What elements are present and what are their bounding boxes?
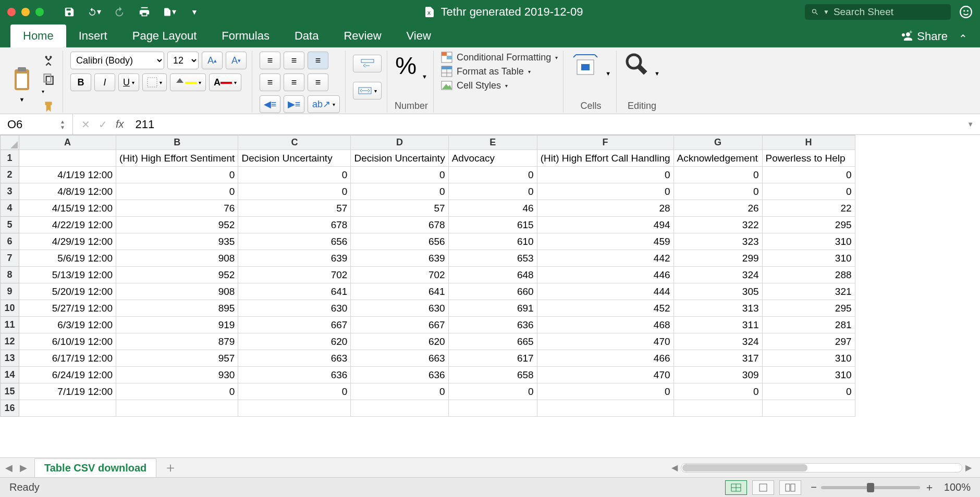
cell[interactable]: 28 (537, 200, 673, 217)
column-header[interactable]: H (762, 135, 855, 150)
column-header[interactable]: A (19, 135, 116, 150)
row-header[interactable]: 15 (1, 383, 19, 400)
fill-color-button[interactable]: ▾ (170, 73, 206, 91)
cell[interactable]: 678 (238, 217, 351, 233)
fx-icon[interactable]: fx (116, 118, 124, 130)
cell[interactable]: 930 (116, 367, 238, 383)
cell[interactable]: 299 (673, 250, 762, 267)
italic-button[interactable]: I (94, 73, 115, 91)
cell[interactable]: 630 (351, 300, 448, 317)
tab-view[interactable]: View (394, 24, 444, 47)
cell[interactable]: 615 (448, 217, 537, 233)
cell[interactable]: 691 (448, 300, 537, 317)
sheet-nav-next-icon[interactable]: ▶ (20, 462, 27, 474)
maximize-window-button[interactable] (35, 8, 44, 16)
cell[interactable]: 0 (762, 167, 855, 183)
cell[interactable]: 0 (116, 167, 238, 183)
tab-insert[interactable]: Insert (66, 24, 120, 47)
tab-home[interactable]: Home (10, 24, 66, 47)
align-left-button[interactable]: ≡ (260, 73, 280, 91)
collapse-ribbon-icon[interactable]: ⌃ (956, 34, 970, 47)
align-top-button[interactable]: ≡ (260, 52, 280, 69)
zoom-in-button[interactable]: ＋ (924, 480, 935, 494)
align-bottom-button[interactable]: ≡ (308, 52, 328, 69)
copy-icon[interactable]: ▾ (42, 72, 55, 95)
cell[interactable]: 466 (537, 350, 673, 367)
tab-review[interactable]: Review (331, 24, 394, 47)
smiley-icon[interactable] (959, 5, 973, 19)
cell[interactable]: 665 (448, 333, 537, 350)
align-middle-button[interactable]: ≡ (284, 52, 304, 69)
cell[interactable]: 641 (351, 283, 448, 300)
cell[interactable]: 620 (351, 333, 448, 350)
cell[interactable]: 324 (673, 267, 762, 283)
row-header[interactable]: 4 (1, 200, 19, 217)
cell[interactable]: 0 (537, 383, 673, 400)
cell[interactable]: 656 (238, 233, 351, 250)
row-header[interactable]: 12 (1, 333, 19, 350)
zoom-out-button[interactable]: − (811, 481, 817, 493)
page-break-view-button[interactable] (779, 480, 801, 495)
column-header[interactable]: D (351, 135, 448, 150)
horizontal-scrollbar[interactable]: ◀ ▶ (185, 463, 975, 473)
cell[interactable]: 442 (537, 250, 673, 267)
cell[interactable]: 908 (116, 250, 238, 267)
cell[interactable]: 459 (537, 233, 673, 250)
cell[interactable]: 0 (673, 383, 762, 400)
cell[interactable]: 57 (238, 200, 351, 217)
cell[interactable]: 4/15/19 12:00 (19, 200, 116, 217)
align-right-button[interactable]: ≡ (308, 73, 328, 91)
cell[interactable] (351, 400, 448, 417)
cell[interactable]: 0 (238, 183, 351, 200)
borders-button[interactable]: ▾ (142, 73, 167, 91)
row-header[interactable]: 2 (1, 167, 19, 183)
editing-button[interactable] (624, 52, 649, 77)
cell[interactable] (537, 400, 673, 417)
cell[interactable]: 6/24/19 12:00 (19, 367, 116, 383)
cell[interactable]: 630 (238, 300, 351, 317)
row-header[interactable]: 8 (1, 267, 19, 283)
cell[interactable]: 310 (762, 367, 855, 383)
cell[interactable]: 281 (762, 317, 855, 333)
font-name-select[interactable]: Calibri (Body) (70, 52, 164, 69)
align-center-button[interactable]: ≡ (284, 73, 304, 91)
cell[interactable]: 0 (448, 383, 537, 400)
increase-font-button[interactable]: A▴ (202, 52, 223, 69)
cell[interactable]: 310 (762, 350, 855, 367)
cell[interactable]: 648 (448, 267, 537, 283)
cell[interactable] (19, 150, 116, 167)
cell[interactable]: 919 (116, 317, 238, 333)
cell[interactable]: 5/27/19 12:00 (19, 300, 116, 317)
cell[interactable]: 324 (673, 333, 762, 350)
row-header[interactable]: 3 (1, 183, 19, 200)
cell[interactable] (116, 400, 238, 417)
cell[interactable]: Acknowledgement (673, 150, 762, 167)
cell[interactable]: 935 (116, 233, 238, 250)
cell[interactable]: 470 (537, 367, 673, 383)
cell[interactable]: 4/29/19 12:00 (19, 233, 116, 250)
cell[interactable]: 295 (762, 217, 855, 233)
row-header[interactable]: 7 (1, 250, 19, 267)
cell[interactable]: 641 (238, 283, 351, 300)
row-header[interactable]: 6 (1, 233, 19, 250)
save-icon[interactable] (63, 5, 76, 19)
cell[interactable]: 309 (673, 367, 762, 383)
cell[interactable]: 310 (762, 233, 855, 250)
cell-styles-button[interactable]: Cell Styles ▾ (441, 80, 558, 91)
cell[interactable]: 310 (762, 250, 855, 267)
cell[interactable]: 321 (762, 283, 855, 300)
cell[interactable]: 0 (351, 383, 448, 400)
column-header[interactable]: B (116, 135, 238, 150)
bold-button[interactable]: B (70, 73, 91, 91)
name-box[interactable]: O6 ▲▼ (0, 114, 73, 134)
expand-formula-bar-icon[interactable]: ▼ (961, 120, 980, 128)
cell[interactable]: Advocacy (448, 150, 537, 167)
cell[interactable]: 470 (537, 333, 673, 350)
cut-icon[interactable] (42, 54, 55, 67)
customize-qat-icon[interactable]: ▼ (188, 5, 201, 19)
cell[interactable]: 4/22/19 12:00 (19, 217, 116, 233)
cell[interactable]: 0 (238, 167, 351, 183)
cell[interactable]: Decision Uncertainty (238, 150, 351, 167)
wrap-text-button[interactable] (353, 55, 382, 72)
row-header[interactable]: 1 (1, 150, 19, 167)
